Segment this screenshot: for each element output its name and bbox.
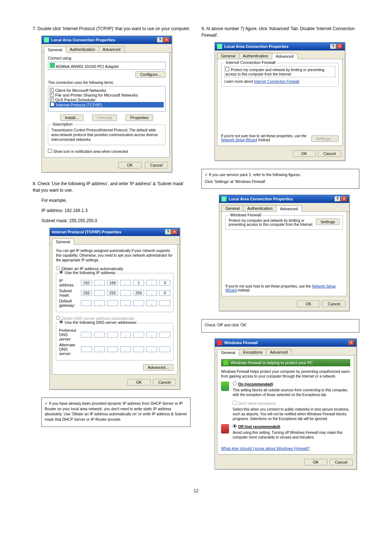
adapter-name: ADMtek AN983 10/100 PCI Adapter xyxy=(56,64,119,69)
tab-advanced[interactable]: Advanced xyxy=(99,46,124,52)
tab-advanced[interactable]: Advanced xyxy=(272,53,298,59)
ip-field[interactable]: 192.168.1.3 xyxy=(81,280,170,286)
dont-check[interactable] xyxy=(233,401,237,405)
radio-off[interactable] xyxy=(233,424,237,428)
help-button[interactable]: ? xyxy=(335,196,340,201)
ok-button[interactable]: OK xyxy=(127,379,151,386)
close-button[interactable]: × xyxy=(172,229,177,235)
nsw-link[interactable]: Network Setup Wizard xyxy=(221,138,257,142)
wfw-more-link[interactable]: What else should I know about Windows Fi… xyxy=(221,446,310,451)
dialog-lacp-advanced: Local Area Connection Properties ?× Gene… xyxy=(215,42,345,161)
show-icon-check[interactable] xyxy=(48,149,52,153)
icf-learn: Learn more about xyxy=(224,80,253,83)
shield-on-icon xyxy=(221,382,229,391)
shield-off-icon xyxy=(221,424,229,433)
icf-group-label: Internet Connection Firewall xyxy=(224,60,277,65)
uninstall-button[interactable]: Uninstall xyxy=(92,114,117,121)
chk-qos[interactable] xyxy=(50,97,54,101)
dont-desc: Select this when you connect to public n… xyxy=(233,407,350,421)
ok-button[interactable]: OK xyxy=(304,459,327,465)
cancel-button[interactable]: Cancel xyxy=(318,150,341,157)
tab-exceptions[interactable]: Exceptions xyxy=(239,349,266,355)
radio-on[interactable] xyxy=(233,382,237,386)
step-8-text: 8. Check 'Use the following IP address',… xyxy=(33,180,191,193)
tab-auth[interactable]: Authentication xyxy=(239,53,272,59)
desc-group-label: Description xyxy=(51,122,74,126)
ip-label: IP address: xyxy=(59,278,79,287)
settings-button[interactable]: Settings... xyxy=(311,135,339,142)
tab-auth[interactable]: Authentication xyxy=(243,205,277,211)
tab-general[interactable]: General xyxy=(221,205,244,211)
tab-auth[interactable]: Authentication xyxy=(66,46,99,52)
help-button[interactable]: ? xyxy=(330,44,336,49)
note-sp2: ✓ If you use service pack 2, refer to th… xyxy=(201,169,359,189)
item-tcpip: Internet Protocol (TCP/IP) xyxy=(56,103,102,107)
items-listbox[interactable]: Client for Microsoft Networks File and P… xyxy=(48,86,166,111)
tab-general[interactable]: General xyxy=(217,349,239,355)
note-dhcp-text: ✓ If you have already been provided dyna… xyxy=(45,401,187,422)
wfw-group-label: Windows Firewall xyxy=(229,213,263,217)
advanced-button[interactable]: Advanced... xyxy=(143,364,173,371)
tab-strip: General Authentication Advanced xyxy=(42,44,172,53)
radio-use-ip[interactable] xyxy=(59,270,63,274)
tab-advanced[interactable]: Advanced xyxy=(276,205,302,212)
tab-pane: Connect using: ADMtek AN983 10/100 PCI A… xyxy=(44,53,170,158)
note-dhcp: ✓ If you have already been provided dyna… xyxy=(41,398,191,427)
close-button[interactable]: × xyxy=(348,340,354,345)
chk-client[interactable] xyxy=(50,88,54,92)
tab-general[interactable]: General xyxy=(44,46,66,53)
dialog-lacp-wfw: Local Area Connection Properties ?× Gene… xyxy=(219,195,350,311)
wfw-settings-button[interactable]: Settings xyxy=(316,219,340,225)
ok-button[interactable]: OK xyxy=(293,150,316,157)
dialog-title: Local Area Connection Properties xyxy=(51,38,115,42)
dialog-ip-properties: Internet Protocol (TCP/IP) Properties ?×… xyxy=(49,228,180,390)
note-off: Check 'Off' and click 'OK' xyxy=(201,319,359,333)
ok-button[interactable]: OK xyxy=(118,162,142,168)
tab-general[interactable]: General xyxy=(217,53,239,59)
close-button[interactable]: × xyxy=(337,44,343,49)
radio-use-dns[interactable] xyxy=(59,320,63,324)
ok-button[interactable]: OK xyxy=(297,301,320,307)
dont-label: Don't allow exceptions xyxy=(238,401,276,406)
on-desc: This setting blocks all outside sources … xyxy=(233,388,350,397)
tab-general[interactable]: General xyxy=(52,239,74,245)
off-label: Off (not recommended) xyxy=(238,424,280,429)
on-label: On (recommended) xyxy=(238,382,273,386)
alt-dns-field[interactable]: ... xyxy=(81,346,170,352)
cancel-button[interactable]: Cancel xyxy=(153,379,176,386)
mask-field[interactable]: 255.255.255.0 xyxy=(81,290,170,296)
icf-check[interactable] xyxy=(225,67,229,71)
tab-advanced[interactable]: Advanced xyxy=(266,349,292,355)
dialog-lacp: Local Area Connection Properties ? × Gen… xyxy=(41,36,172,172)
properties-button[interactable]: Properties xyxy=(126,114,153,121)
chk-fps[interactable] xyxy=(50,93,54,97)
close-button[interactable]: × xyxy=(164,37,170,42)
gw-label: Default gateway: xyxy=(59,299,79,307)
help-button[interactable]: ? xyxy=(157,37,163,42)
pref-dns-label: Preferred DNS server: xyxy=(59,328,79,341)
chk-tcpip[interactable] xyxy=(50,102,54,106)
help-button[interactable]: ? xyxy=(165,229,171,235)
cancel-button[interactable]: Cancel xyxy=(145,162,168,168)
configure-button[interactable]: Configure... xyxy=(135,71,166,78)
page-number: 12 xyxy=(33,488,359,493)
step-7-text: 7. Double click 'Internet Protocol (TCP/… xyxy=(33,25,191,32)
cancel-button[interactable]: Cancel xyxy=(322,301,346,307)
icf-learn-link[interactable]: Internet Connection Firewall xyxy=(254,80,299,83)
close-button[interactable]: × xyxy=(341,196,347,201)
wfw-banner: Windows Firewall is helping to protect y… xyxy=(221,359,350,366)
off-desc: Avoid using this setting. Turning off Wi… xyxy=(233,430,350,440)
shield-icon xyxy=(223,360,228,365)
cancel-button[interactable]: Cancel xyxy=(330,459,353,465)
gw-field[interactable]: ... xyxy=(81,300,170,306)
step-9-text: 9. At above number 7) figure, click 'Adv… xyxy=(201,25,359,38)
shield-icon xyxy=(217,340,222,345)
install-button[interactable]: Install... xyxy=(60,114,83,121)
icf-check-label: Protect my computer and network by limit… xyxy=(225,68,324,76)
radio-auto-ip[interactable] xyxy=(56,266,60,270)
pref-dns-field[interactable]: ... xyxy=(81,332,170,338)
connect-using-label: Connect using: xyxy=(48,56,166,60)
radio-auto-dns[interactable] xyxy=(56,316,60,320)
item-qos: QoS Packet Scheduler xyxy=(55,98,95,102)
dns-use-label: Use the following DNS server addresses: xyxy=(65,320,138,325)
